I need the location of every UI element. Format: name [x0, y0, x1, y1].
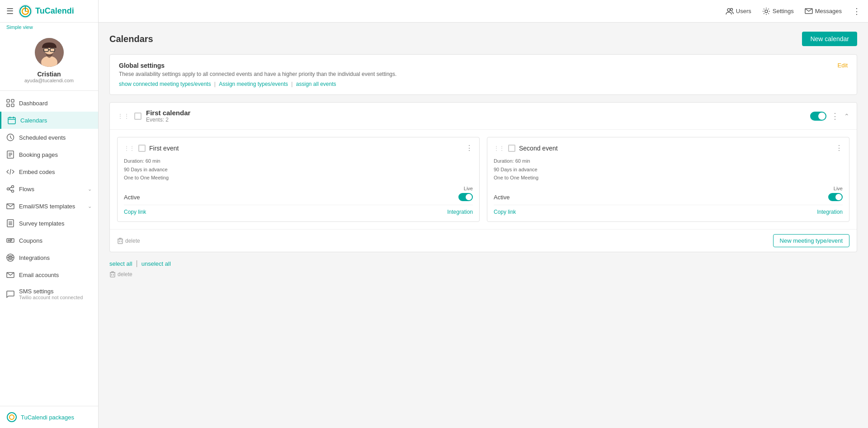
sidebar-item-email-sms[interactable]: Email/SMS templates ⌄ — [0, 198, 98, 215]
topbar-users[interactable]: Users — [726, 7, 751, 15]
topbar: Users Settings Messages ⋮ — [99, 0, 868, 23]
event-live-badge-1: Live — [834, 186, 843, 191]
event-more-icon-0[interactable]: ⋮ — [466, 144, 473, 152]
global-settings-header: Global settings These availability setti… — [119, 62, 848, 77]
sidebar-item-scheduled-events[interactable]: Scheduled events — [0, 129, 98, 146]
event-name-0: First event — [149, 145, 179, 152]
sidebar-item-coupons[interactable]: Coupons — [0, 232, 98, 249]
grid-icon — [6, 99, 14, 107]
delete-bottom-label: delete — [118, 271, 132, 277]
content-area: Calendars New calendar Global settings T… — [99, 23, 868, 428]
calendar-collapse-icon[interactable]: ⌃ — [844, 113, 849, 120]
new-calendar-button[interactable]: New calendar — [802, 32, 857, 46]
sidebar-item-sms-settings[interactable]: SMS settings Twilio account not connecte… — [0, 283, 98, 305]
calendar-name-area: First calendar Events: 2 — [146, 109, 190, 123]
user-email: ayuda@tucalendi.com — [24, 78, 74, 83]
svg-line-30 — [9, 187, 12, 188]
event-active-toggle-0[interactable] — [458, 193, 473, 201]
calendar-card-header: ⋮⋮ First calendar Events: 2 ⋮ ⌃ — [110, 103, 857, 130]
calendar-checkbox[interactable] — [134, 113, 142, 120]
calendar-card-footer: delete New meeting type/event — [110, 229, 857, 252]
topbar-messages[interactable]: Messages — [805, 7, 842, 15]
sidebar-item-booking-pages[interactable]: Booking pages — [0, 146, 98, 163]
nav-label-scheduled-events: Scheduled events — [19, 134, 66, 141]
drag-handle-icon[interactable]: ⋮⋮ — [117, 113, 130, 120]
sidebar-item-dashboard[interactable]: Dashboard — [0, 94, 98, 112]
avatar — [35, 38, 64, 67]
simple-view-label[interactable]: Simple view — [0, 23, 98, 33]
unselect-all-link[interactable]: unselect all — [142, 260, 171, 267]
global-settings-links: show connected meeting types/events | As… — [119, 81, 848, 87]
event-details-0: Duration: 60 min 90 Days in advance One … — [124, 157, 473, 182]
svg-rect-14 — [11, 104, 14, 107]
chevron-down-icon-2: ⌄ — [88, 203, 92, 209]
user-profile: Cristian ayuda@tucalendi.com — [0, 33, 98, 91]
new-event-button[interactable]: New meeting type/event — [773, 234, 849, 247]
clock-icon — [6, 133, 14, 141]
calendar-events-count: Events: 2 — [146, 117, 190, 123]
sidebar-item-survey-templates[interactable]: Survey templates — [0, 215, 98, 232]
code-icon — [6, 168, 14, 176]
menu-icon[interactable]: ☰ — [6, 6, 14, 16]
event-meeting-type-0: One to One Meeting — [124, 174, 473, 182]
event-advance-0: 90 Days in advance — [124, 165, 473, 174]
page-title: Calendars — [109, 34, 153, 44]
link-assign-all[interactable]: assign all events — [296, 81, 336, 87]
more-options-icon[interactable]: ⋮ — [853, 6, 861, 16]
sidebar-item-integrations[interactable]: Integrations — [0, 249, 98, 266]
svg-point-38 — [8, 240, 9, 241]
event-integration-0[interactable]: Integration — [447, 209, 473, 215]
event-more-icon-1[interactable]: ⋮ — [835, 144, 843, 152]
nav-label-sms-settings: SMS settings — [19, 288, 83, 295]
event-live-row-1: Live — [494, 186, 843, 191]
packages-link[interactable]: TuCalendi packages — [0, 406, 98, 428]
events-grid: ⋮⋮ First event ⋮ Duration: 60 min 90 Day… — [110, 130, 857, 229]
sidebar-item-flows[interactable]: Flows ⌄ — [0, 180, 98, 198]
svg-rect-11 — [7, 99, 9, 102]
event-card-1: ⋮⋮ Second event ⋮ Duration: 60 min 90 Da… — [487, 137, 849, 222]
sidebar-item-calendars[interactable]: Calendars — [0, 112, 98, 129]
event-live-row-0: Live — [124, 186, 473, 191]
svg-rect-15 — [8, 118, 15, 124]
delete-label: delete — [125, 238, 140, 244]
event-active-row-1: Active — [494, 193, 843, 201]
book-icon — [6, 151, 14, 159]
coupon-icon — [6, 236, 14, 245]
messages-label: Messages — [815, 8, 842, 14]
svg-rect-12 — [11, 99, 14, 102]
mail-icon — [6, 271, 14, 279]
event-copy-link-0[interactable]: Copy link — [124, 209, 146, 215]
calendar-toggle[interactable] — [810, 112, 826, 121]
global-settings-edit[interactable]: Edit — [838, 62, 848, 69]
event-active-row-0: Active — [124, 193, 473, 201]
event-card-header-0: ⋮⋮ First event ⋮ — [124, 144, 473, 152]
event-checkbox-0[interactable] — [138, 145, 146, 152]
event-live-badge-0: Live — [464, 186, 473, 191]
delete-bottom-button[interactable]: delete — [109, 271, 132, 277]
event-duration-0: Duration: 60 min — [124, 157, 473, 165]
topbar-settings[interactable]: Settings — [762, 7, 794, 15]
link-show-connected[interactable]: show connected meeting types/events — [119, 81, 211, 87]
event-drag-icon-0[interactable]: ⋮⋮ — [124, 145, 135, 151]
event-drag-icon-1[interactable]: ⋮⋮ — [494, 145, 505, 151]
gear-icon — [762, 7, 770, 15]
select-all-link[interactable]: select all — [109, 260, 132, 267]
logo-icon — [18, 4, 33, 19]
calendar-name: First calendar — [146, 109, 190, 117]
nav-label-coupons: Coupons — [19, 237, 42, 244]
event-active-toggle-1[interactable] — [828, 193, 843, 201]
event-checkbox-1[interactable] — [508, 145, 515, 152]
link-assign-meeting[interactable]: Assign meeting types/events — [219, 81, 288, 87]
sidebar-item-email-accounts[interactable]: Email accounts — [0, 266, 98, 283]
calendar-more-icon[interactable]: ⋮ — [831, 111, 840, 121]
event-copy-link-1[interactable]: Copy link — [494, 209, 516, 215]
event-integration-1[interactable]: Integration — [817, 209, 843, 215]
integration-icon — [6, 254, 14, 262]
user-name: Cristian — [37, 71, 61, 78]
svg-line-31 — [9, 189, 12, 191]
settings-label: Settings — [773, 8, 794, 14]
delete-calendar-button[interactable]: delete — [117, 238, 140, 244]
svg-point-28 — [12, 186, 14, 188]
sidebar-item-embed-codes[interactable]: Embed codes — [0, 163, 98, 180]
nav-label-booking-pages: Booking pages — [19, 151, 58, 158]
